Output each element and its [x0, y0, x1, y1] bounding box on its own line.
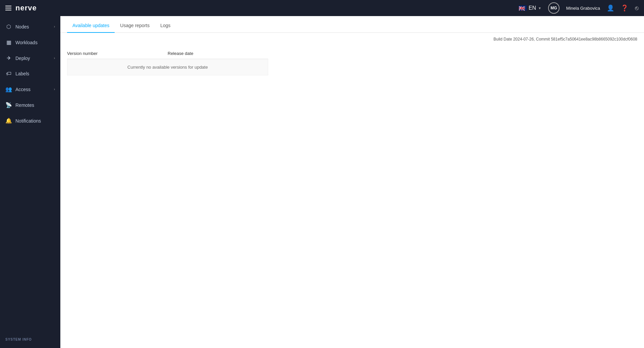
topnav: nerve 🇬🇧 EN ▼ MG Minela Grabovica 👤 ❓ ⎋ [0, 0, 644, 16]
sidebar-item-remotes[interactable]: 📡 Remotes [0, 97, 60, 113]
sidebar-label-labels: Labels [15, 71, 29, 76]
remotes-icon: 📡 [5, 102, 12, 108]
sidebar-item-access[interactable]: 👥 Access › [0, 81, 60, 97]
sidebar-item-nodes[interactable]: ⬡ Nodes › [0, 19, 60, 34]
main-content: Available updates Usage reports Logs Bui… [60, 16, 644, 348]
app-logo: nerve [15, 4, 37, 12]
sidebar-label-nodes: Nodes [15, 24, 29, 29]
language-selector[interactable]: 🇬🇧 EN ▼ [519, 5, 541, 11]
tab-logs[interactable]: Logs [155, 19, 176, 33]
sidebar-item-labels[interactable]: 🏷 Labels [0, 66, 60, 81]
chevron-right-icon-deploy: › [54, 56, 55, 60]
col-release-date: Release date [168, 51, 268, 56]
sidebar-item-workloads[interactable]: ▦ Workloads [0, 34, 60, 50]
table-header: Version number Release date [67, 48, 268, 59]
build-info: Build Date 2024-07-26, Commit 581ef5c7a5… [60, 33, 644, 43]
labels-icon: 🏷 [5, 71, 12, 77]
logout-icon[interactable]: ⎋ [635, 5, 639, 12]
notifications-icon: 🔔 [5, 118, 12, 124]
username-label: Minela Grabovica [566, 6, 600, 11]
language-code: EN [529, 5, 536, 11]
sidebar-item-notifications[interactable]: 🔔 Notifications [0, 113, 60, 129]
chevron-right-icon: › [54, 25, 55, 28]
help-icon[interactable]: ❓ [621, 4, 628, 12]
sidebar-label-workloads: Workloads [15, 40, 38, 45]
system-info-link[interactable]: SYSTEM INFO [0, 334, 60, 345]
tab-available-updates[interactable]: Available updates [67, 19, 115, 33]
flag-icon: 🇬🇧 [519, 5, 527, 11]
sidebar-item-deploy[interactable]: ✈ Deploy › [0, 50, 60, 66]
user-profile-icon[interactable]: 👤 [607, 4, 614, 12]
workloads-icon: ▦ [5, 39, 12, 46]
sidebar-label-deploy: Deploy [15, 56, 30, 61]
tab-bar: Available updates Usage reports Logs [60, 16, 644, 33]
avatar: MG [548, 2, 560, 14]
layout: ⬡ Nodes › ▦ Workloads ✈ Deploy › 🏷 Label… [0, 16, 644, 348]
chevron-right-icon-access: › [54, 87, 55, 91]
updates-table-area: Version number Release date Currently no… [60, 43, 644, 348]
table-empty-message: Currently no available versions for upda… [67, 59, 268, 75]
col-version-number: Version number [67, 51, 168, 56]
chevron-down-icon: ▼ [538, 6, 541, 10]
topnav-left: nerve [5, 4, 37, 12]
access-icon: 👥 [5, 86, 12, 92]
sidebar-label-access: Access [15, 87, 31, 92]
deploy-icon: ✈ [5, 55, 12, 61]
sidebar-label-notifications: Notifications [15, 118, 41, 124]
hamburger-menu-button[interactable] [5, 6, 11, 10]
nodes-icon: ⬡ [5, 23, 12, 30]
sidebar: ⬡ Nodes › ▦ Workloads ✈ Deploy › 🏷 Label… [0, 16, 60, 348]
topnav-right: 🇬🇧 EN ▼ MG Minela Grabovica 👤 ❓ ⎋ [519, 2, 639, 14]
tab-usage-reports[interactable]: Usage reports [115, 19, 155, 33]
sidebar-label-remotes: Remotes [15, 102, 34, 108]
